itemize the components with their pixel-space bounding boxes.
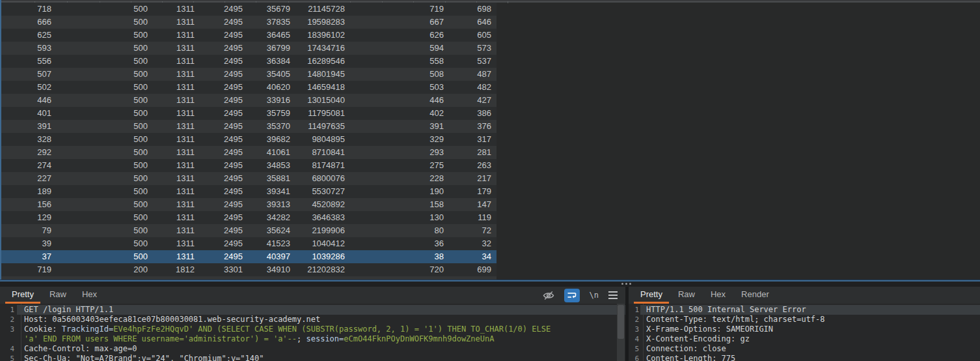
table-row[interactable]: 12950013112495342823646383130119: [1, 211, 497, 224]
table-cell: 292: [1, 146, 57, 159]
table-row[interactable]: 593500131124953679917434716594573: [1, 42, 497, 55]
table-row[interactable]: 718500131124953567921145728719698: [1, 3, 497, 16]
code-content: Sec-Ch-Ua: "Not=A?Brand";v="24", "Chromi…: [17, 354, 625, 361]
table-cell: 228: [350, 172, 449, 185]
code-content: Content-Length: 775: [640, 354, 980, 361]
line-number: 1: [629, 305, 640, 315]
table-cell: 500: [57, 237, 153, 250]
code-text: GET /login HTTP/1.1: [24, 305, 113, 314]
code-content: Content-Type: text/html; charset=utf-8: [640, 315, 980, 325]
table-cell: 386: [449, 107, 497, 120]
table-row[interactable]: 39500131124954152310404123632: [1, 237, 497, 250]
table-cell: 14801945: [295, 68, 350, 81]
table-cell: 401: [1, 107, 57, 120]
table-cell: 17434716: [295, 42, 350, 55]
table-cell: 427: [449, 94, 497, 107]
table-row[interactable]: 401500131124953575911795081402386: [1, 107, 497, 120]
table-cell: 6800076: [295, 172, 350, 185]
table-cell: 508: [350, 68, 449, 81]
table-cell: 5530727: [295, 185, 350, 198]
table-cell: 1311: [153, 42, 200, 55]
table-row[interactable]: 391500131124953537011497635391376: [1, 120, 497, 133]
table-cell: 500: [57, 198, 153, 211]
table-cell: 130: [350, 211, 449, 224]
table-cell: 1311: [153, 3, 200, 16]
table-row[interactable]: 507500131124953540514801945508487: [1, 68, 497, 81]
table-row[interactable]: 18950013112495393415530727190179: [1, 185, 497, 198]
tab-pretty[interactable]: Pretty: [4, 287, 42, 304]
table-cell: 8710841: [295, 146, 350, 159]
code-text: 'a' END FROM users WHERE username='admin…: [24, 334, 297, 343]
table-cell: 35679: [248, 3, 295, 16]
tab-hex[interactable]: Hex: [703, 287, 733, 304]
table-cell: 275: [350, 159, 449, 172]
table-row[interactable]: 37500131124954039710392863834: [1, 250, 497, 263]
table-cell: 646: [449, 16, 497, 29]
table-cell: 217: [449, 172, 497, 185]
code-content: GET /login HTTP/1.1: [17, 305, 625, 315]
table-row[interactable]: 79500131124953562421999068072: [1, 224, 497, 237]
table-cell: 1040412: [295, 237, 350, 250]
table-cell: 2495: [200, 29, 248, 42]
table-cell: 625: [1, 29, 57, 42]
response-editor[interactable]: 1HTTP/1.1 500 Internal Server Error2Cont…: [629, 304, 980, 361]
tab-raw[interactable]: Raw: [670, 287, 703, 304]
splitter-grip-icon[interactable]: [621, 283, 631, 285]
table-cell: 2495: [200, 120, 248, 133]
table-cell: 3646383: [295, 211, 350, 224]
request-editor-scrollbar[interactable]: [617, 304, 625, 361]
table-row[interactable]: 556500131124953638416289546558537: [1, 55, 497, 68]
table-cell: 2495: [200, 185, 248, 198]
table-row[interactable]: 666500131124953783519598283667646: [1, 16, 497, 29]
code-content: X-Content-Encoding: gz: [640, 334, 980, 344]
table-cell: 34910: [248, 263, 295, 276]
tab-pretty[interactable]: Pretty: [633, 287, 670, 304]
table-row[interactable]: 719200181233013491021202832720699: [1, 263, 497, 276]
hide-matches-icon[interactable]: [543, 291, 554, 300]
soft-wrap-icon[interactable]: [564, 289, 580, 302]
table-cell: 1311: [153, 224, 200, 237]
newline-icon[interactable]: \n: [590, 291, 599, 300]
table-cell: 556: [1, 55, 57, 68]
menu-icon[interactable]: [608, 291, 618, 299]
tab-hex[interactable]: Hex: [74, 287, 105, 304]
table-cell: 2495: [200, 3, 248, 16]
tab-raw[interactable]: Raw: [42, 287, 74, 304]
horizontal-splitter[interactable]: [0, 282, 980, 287]
table-row[interactable]: 502500131124954062014659418503482: [1, 81, 497, 94]
table-cell: 37: [1, 250, 57, 263]
scrollbar-thumb[interactable]: [618, 305, 624, 339]
code-line: 4X-Content-Encoding: gz: [629, 334, 980, 344]
table-cell: 274: [1, 159, 57, 172]
table-cell: 227: [1, 172, 57, 185]
request-editor[interactable]: 1GET /login HTTP/1.12Host: 0a56003403eef…: [0, 304, 625, 361]
table-cell: 1311: [153, 55, 200, 68]
table-cell: 667: [350, 16, 449, 29]
table-cell: 35405: [248, 68, 295, 81]
table-cell: 2495: [200, 16, 248, 29]
code-text: TrackingId=: [62, 325, 113, 334]
table-row[interactable]: 625500131124953646518396102626605: [1, 29, 497, 42]
table-cell: 1311: [153, 68, 200, 81]
table-cell: 1311: [153, 16, 200, 29]
table-cell: 1311: [153, 146, 200, 159]
tab-render[interactable]: Render: [733, 287, 777, 304]
table-row[interactable]: 15650013112495393134520892158147: [1, 198, 497, 211]
table-cell: 500: [57, 159, 153, 172]
table-cell: 2495: [200, 237, 248, 250]
table-row[interactable]: 32850013112495396829804895329317: [1, 133, 497, 146]
table-cell: 500: [57, 29, 153, 42]
table-row[interactable]: 446500131124953391613015040446427: [1, 94, 497, 107]
table-row[interactable]: 27450013112495348538174871275263: [1, 159, 497, 172]
table-row[interactable]: 29250013112495410618710841293281: [1, 146, 497, 159]
table-cell: 1311: [153, 211, 200, 224]
table-cell: 190: [350, 185, 449, 198]
table-cell: 72: [449, 224, 497, 237]
code-content: X-Frame-Options: SAMEORIGIN: [640, 325, 980, 334]
table-row[interactable]: 22750013112495358816800076228217: [1, 172, 497, 185]
code-text: X-Frame-Options: SAMEORIGIN: [646, 325, 773, 334]
code-text: X-Content-Encoding: gz: [646, 334, 750, 343]
table-cell: 626: [350, 29, 449, 42]
code-line: 3Cookie: TrackingId=EVe4hpFzFe2HQqvD' AN…: [0, 325, 625, 334]
line-number: 5: [629, 344, 640, 354]
